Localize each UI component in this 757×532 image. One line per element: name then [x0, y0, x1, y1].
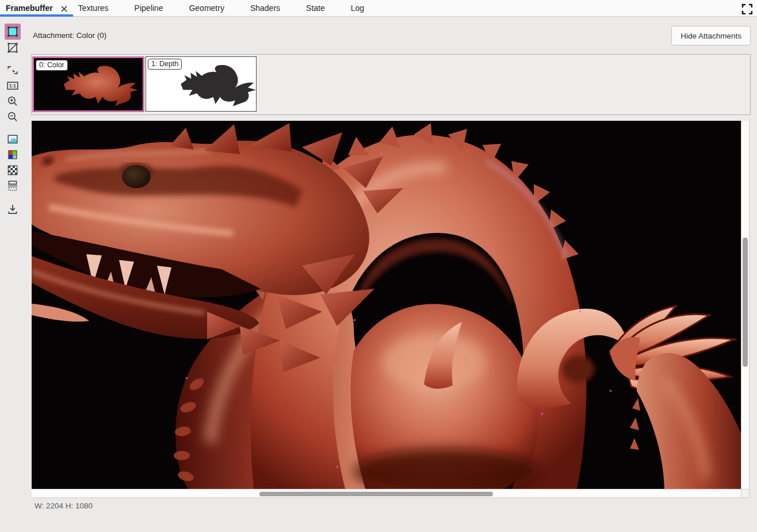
- tab-pipeline[interactable]: Pipeline: [135, 3, 163, 13]
- attachment-thumbnail-depth[interactable]: 1: Depth: [146, 56, 257, 112]
- zoom-in-button[interactable]: [5, 93, 21, 109]
- scrollbar-corner: [741, 489, 750, 498]
- attachment-badge: 0: Color: [36, 60, 68, 71]
- tab-state[interactable]: State: [306, 3, 325, 13]
- zoom-out-button[interactable]: [5, 109, 21, 125]
- vertical-scrollbar[interactable]: [741, 121, 750, 489]
- flip-vertical-button[interactable]: [5, 178, 21, 194]
- framebuffer-image-viewport[interactable]: [32, 121, 741, 489]
- vertical-scrollbar-thumb[interactable]: [743, 238, 748, 367]
- picture-icon: [6, 133, 19, 146]
- tab-shaders[interactable]: Shaders: [250, 3, 280, 13]
- rgba-channels-icon: A: [6, 148, 19, 161]
- attachment-thumbnail-color[interactable]: 0: Color: [32, 56, 144, 112]
- tab-log[interactable]: Log: [351, 3, 364, 13]
- tab-framebuffer-label: Framebuffer: [6, 3, 53, 13]
- download-icon: [6, 203, 19, 216]
- zoom-out-icon: [6, 110, 19, 123]
- fit-to-window-icon: [6, 64, 19, 76]
- flip-vertical-icon: [6, 179, 19, 192]
- no-attachment-toggle-button[interactable]: [5, 40, 21, 56]
- active-tab-underline: [0, 14, 73, 17]
- tab-framebuffer[interactable]: Framebuffer: [6, 3, 68, 13]
- tab-bar: Framebuffer Textures Pipeline Geometry S…: [0, 0, 757, 17]
- fullscreen-icon[interactable]: [741, 3, 752, 14]
- color-attachment-toggle-button[interactable]: [5, 24, 21, 40]
- hide-attachments-button[interactable]: Hide Attachments: [671, 26, 751, 45]
- channels-rgba-button[interactable]: A: [5, 147, 21, 163]
- tab-geometry[interactable]: Geometry: [189, 3, 224, 13]
- horizontal-scrollbar-thumb[interactable]: [259, 492, 493, 496]
- horizontal-scrollbar[interactable]: [32, 489, 741, 498]
- zoom-fit-button[interactable]: [5, 62, 21, 78]
- checkerboard-icon: [6, 164, 19, 177]
- background-image-button[interactable]: [5, 131, 21, 147]
- close-tab-icon[interactable]: [60, 5, 68, 12]
- zoom-one-to-one-button[interactable]: 1:1: [5, 78, 21, 94]
- one-to-one-label: 1:1: [9, 83, 16, 89]
- framebuffer-viewer-window: Framebuffer Textures Pipeline Geometry S…: [0, 0, 757, 532]
- attachment-badge: 1: Depth: [148, 59, 182, 70]
- dragon-render-image: [32, 121, 741, 489]
- svg-text:A: A: [13, 155, 16, 159]
- attachments-strip: 0: Color 1: Depth: [31, 54, 751, 115]
- zoom-in-icon: [6, 95, 19, 108]
- one-to-one-icon: 1:1: [6, 79, 19, 92]
- tab-textures[interactable]: Textures: [78, 3, 109, 13]
- cyan-square-handles-icon: [6, 25, 19, 38]
- image-dimensions-status: W: 2204 H: 1080: [35, 502, 93, 510]
- attachment-label: Attachment: Color (0): [33, 31, 106, 40]
- save-image-button[interactable]: [5, 201, 21, 217]
- background-checkerboard-button[interactable]: [5, 162, 21, 178]
- crossed-square-handles-icon: [6, 41, 19, 54]
